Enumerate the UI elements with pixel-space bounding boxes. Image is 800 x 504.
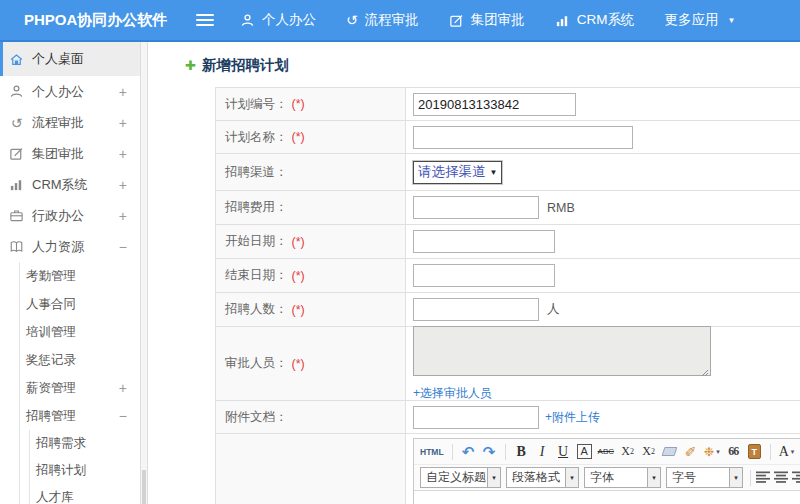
strikethrough-button[interactable]: ABC — [598, 442, 614, 462]
expand-plus-icon[interactable]: + — [119, 84, 127, 100]
expand-plus-icon[interactable]: + — [119, 208, 127, 224]
sidebar-item-recruit-need[interactable]: 招聘需求 — [30, 430, 140, 457]
html-source-button[interactable]: HTML — [420, 442, 444, 462]
chevron-down-icon: ▼ — [727, 16, 735, 25]
paragraph-format-dropdown[interactable]: 段落格式▾ — [506, 467, 579, 488]
field-label: 招聘费用： — [216, 191, 406, 224]
format-brush-button[interactable]: ✐ — [683, 442, 698, 462]
italic-button[interactable]: I — [535, 442, 550, 462]
required-mark: (*) — [292, 130, 305, 144]
font-family-dropdown[interactable]: 字体▾ — [584, 467, 661, 488]
field-value — [406, 121, 800, 153]
expand-plus-icon[interactable]: + — [119, 146, 127, 162]
font-size-dropdown[interactable]: 字号▾ — [666, 467, 743, 488]
format-painter-button[interactable]: ❉▾ — [704, 442, 720, 462]
superscript-button[interactable]: X2 — [620, 442, 635, 462]
field-value: +选择审批人员 — [406, 327, 800, 400]
plan-no-input[interactable] — [413, 93, 576, 116]
sup-base: X — [621, 444, 630, 459]
form-row-plan-no: 计划编号： (*) — [216, 88, 800, 121]
sidebar-item-personal-office[interactable]: 个人办公 + — [0, 76, 140, 107]
eraser-button[interactable] — [662, 442, 677, 462]
sidebar-item-process-approval[interactable]: ↺ 流程审批 + — [0, 107, 140, 138]
align-left-icon[interactable] — [756, 471, 771, 484]
font-color-button[interactable]: A▾ — [779, 442, 795, 462]
required-mark: (*) — [292, 235, 305, 249]
subscript-button[interactable]: X2 — [641, 442, 656, 462]
choose-approvers-link[interactable]: +选择审批人员 — [413, 385, 492, 402]
attachment-upload-link[interactable]: +附件上传 — [545, 409, 600, 426]
sidebar-item-salary[interactable]: 薪资管理+ — [20, 374, 140, 402]
sidebar-item-talent-pool[interactable]: 人才库 — [30, 484, 140, 504]
sidebar-item-label: 个人办公 — [32, 83, 84, 101]
toolbar-divider — [505, 444, 506, 460]
font-style-button[interactable]: A — [577, 444, 592, 459]
undo-button[interactable]: ↶ — [461, 442, 476, 462]
rich-text-editor: HTML ↶ ↷ B I U A ABC X2 X2 — [413, 438, 800, 504]
nav-crm-system[interactable]: CRM系统 — [555, 11, 635, 29]
label-text: 招聘渠道： — [225, 164, 288, 181]
headcount-input[interactable] — [413, 298, 539, 321]
book-icon — [9, 239, 24, 254]
editor-content-area[interactable] — [414, 491, 800, 504]
approvers-textarea[interactable] — [413, 326, 711, 376]
sidebar-item-label: 考勤管理 — [26, 269, 76, 283]
sidebar-item-recruit-mgmt[interactable]: 招聘管理− — [20, 402, 140, 430]
dropdown-value: 字号 — [667, 468, 729, 487]
resize-handle-icon[interactable] — [701, 369, 709, 377]
nav-group-approval[interactable]: 集团审批 — [449, 11, 525, 29]
headcount-unit: 人 — [547, 301, 560, 318]
menu-toggle-icon[interactable] — [196, 14, 214, 26]
approvers-textarea-wrap — [413, 326, 711, 380]
expand-plus-icon[interactable]: + — [119, 177, 127, 193]
nav-label: 集团审批 — [471, 11, 525, 29]
chevron-down-icon: ▾ — [729, 468, 742, 487]
sidebar-item-label: 个人桌面 — [32, 50, 84, 68]
expand-plus-icon[interactable]: + — [119, 374, 127, 402]
paste-text-button[interactable]: T — [747, 442, 762, 462]
sidebar-item-hr-contract[interactable]: 人事合同 — [20, 290, 140, 318]
nav-process-approval[interactable]: ↺ 流程审批 — [346, 11, 419, 29]
heading-dropdown[interactable]: 自定义标题▾ — [420, 467, 501, 488]
nav-label: 流程审批 — [365, 11, 419, 29]
align-center-icon[interactable] — [774, 471, 789, 484]
sidebar-item-label: 奖惩记录 — [26, 353, 76, 367]
bold-button[interactable]: B — [514, 442, 529, 462]
scrollbar-thumb[interactable] — [142, 470, 146, 504]
redo-button[interactable]: ↷ — [482, 442, 497, 462]
sidebar-item-training[interactable]: 培训管理 — [20, 318, 140, 346]
chevron-down-icon: ▾ — [716, 448, 720, 456]
sidebar-item-crm[interactable]: CRM系统 + — [0, 169, 140, 200]
form-row-approvers: 审批人员： (*) +选择审批人员 — [216, 327, 800, 401]
sidebar-scrollbar[interactable] — [140, 42, 148, 504]
fee-input[interactable] — [413, 196, 539, 219]
nav-personal-office[interactable]: 个人办公 — [240, 11, 316, 29]
collapse-minus-icon[interactable]: − — [119, 402, 127, 430]
collapse-minus-icon[interactable]: − — [119, 239, 127, 255]
form-row-plan-name: 计划名称： (*) — [216, 121, 800, 154]
top-bar: PHPOA协同办公软件 个人办公 ↺ 流程审批 集团审批 CRM系统 更多应用 … — [0, 0, 800, 42]
sidebar-item-attendance[interactable]: 考勤管理 — [20, 262, 140, 290]
underline-button[interactable]: U — [556, 442, 571, 462]
sidebar-item-hr[interactable]: 人力资源 − — [0, 231, 140, 262]
channel-select[interactable]: 请选择渠道 ▼ — [413, 161, 502, 184]
edit-icon — [9, 146, 24, 161]
attachment-input[interactable] — [413, 406, 539, 429]
field-value — [406, 88, 800, 120]
plus-icon: ✚ — [185, 58, 196, 73]
sidebar-item-admin-office[interactable]: 行政办公 + — [0, 200, 140, 231]
nav-more-apps[interactable]: 更多应用 ▼ — [664, 11, 735, 29]
plan-name-input[interactable] — [413, 126, 633, 149]
end-date-input[interactable] — [413, 264, 555, 287]
blockquote-button[interactable]: 66 — [726, 442, 741, 462]
field-value: RMB — [406, 191, 800, 224]
sidebar-item-rewards[interactable]: 奖惩记录 — [20, 346, 140, 374]
align-right-icon[interactable] — [792, 471, 800, 484]
field-label: 附件文档： — [216, 401, 406, 433]
app-logo[interactable]: PHPOA协同办公软件 — [0, 11, 178, 30]
expand-plus-icon[interactable]: + — [119, 115, 127, 131]
sidebar-item-group-approval[interactable]: 集团审批 + — [0, 138, 140, 169]
start-date-input[interactable] — [413, 230, 555, 253]
sidebar-item-desktop[interactable]: 个人桌面 — [0, 42, 140, 76]
sidebar-item-recruit-plan[interactable]: 招聘计划 — [30, 457, 140, 484]
